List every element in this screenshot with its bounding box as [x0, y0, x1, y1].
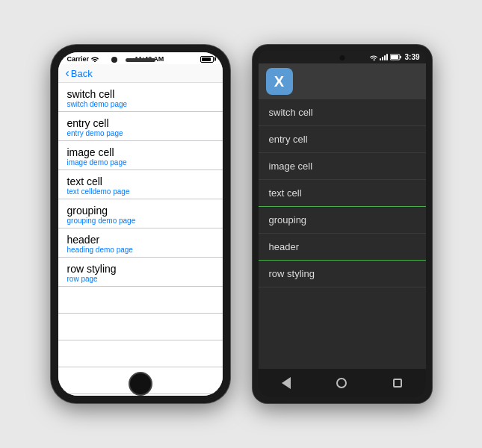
android-battery-icon	[390, 54, 402, 60]
ios-phone: Carrier 11:49 AM ‹ Back switch cell swit…	[51, 45, 230, 403]
android-list-item[interactable]: switch cell	[259, 99, 426, 126]
ios-item-title: image cell	[67, 146, 214, 158]
ios-wifi-icon	[91, 56, 99, 62]
android-item-title: entry cell	[269, 134, 308, 145]
ios-list-item[interactable]: text cell text celldemo page	[58, 170, 223, 199]
ios-list-item[interactable]: entry cell entry demo page	[58, 112, 223, 141]
android-time: 3:39	[404, 53, 419, 61]
ios-list: switch cell switch demo page entry cell …	[58, 83, 223, 396]
ios-speaker	[126, 58, 155, 62]
android-item-title: switch cell	[269, 107, 313, 118]
ios-item-title: header	[67, 234, 214, 246]
android-list-item[interactable]: grouping	[259, 207, 426, 234]
svg-rect-2	[400, 56, 401, 58]
android-list: switch cell entry cell image cell text c…	[259, 99, 426, 369]
ios-back-label: Back	[71, 68, 93, 79]
android-wifi-icon	[370, 54, 377, 60]
android-list-item[interactable]: header	[259, 234, 426, 261]
android-home-icon	[336, 378, 347, 388]
ios-nav-bar: ‹ Back	[58, 64, 223, 83]
ios-item-subtitle: text celldemo page	[67, 187, 214, 196]
ios-carrier: Carrier	[67, 55, 99, 63]
ios-home-button[interactable]	[129, 372, 152, 396]
ios-item-subtitle: grouping demo page	[67, 217, 214, 225]
android-item-title: row styling	[269, 268, 315, 279]
ios-item-subtitle: entry demo page	[67, 129, 214, 137]
ios-item-title: grouping	[67, 205, 214, 217]
android-app-icon: X	[266, 68, 293, 95]
android-list-item[interactable]: image cell	[259, 153, 426, 180]
ios-list-item[interactable]: switch cell switch demo page	[58, 83, 223, 112]
ios-item-subtitle: row page	[67, 275, 214, 283]
android-phone: 3:39 X switch cell entry cell image cell…	[253, 45, 432, 403]
android-item-title: text cell	[269, 187, 302, 199]
android-item-title: header	[269, 241, 299, 252]
ios-item-title: entry cell	[67, 117, 214, 129]
ios-list-item[interactable]: row styling row page	[58, 258, 223, 287]
android-recents-button[interactable]	[389, 375, 406, 391]
ios-item-subtitle: image demo page	[67, 158, 214, 167]
android-list-item[interactable]: text cell	[259, 180, 426, 207]
ios-item-title: text cell	[67, 175, 214, 187]
ios-item-subtitle: heading demo page	[67, 246, 214, 254]
android-header: X	[259, 63, 426, 99]
ios-list-item[interactable]: grouping grouping demo page	[58, 199, 223, 228]
android-app-letter: X	[274, 73, 284, 90]
ios-battery-icon	[200, 56, 214, 63]
android-item-title: grouping	[269, 214, 307, 225]
ios-empty-row	[58, 314, 223, 340]
ios-empty-row	[58, 340, 223, 367]
android-signal-icon	[380, 54, 388, 60]
ios-back-button[interactable]: ‹ Back	[66, 67, 93, 79]
android-list-item[interactable]: entry cell	[259, 126, 426, 153]
ios-item-title: switch cell	[67, 88, 214, 100]
ios-list-item[interactable]: image cell image demo page	[58, 141, 223, 170]
ios-back-chevron-icon: ‹	[66, 67, 69, 79]
android-list-item[interactable]: row styling	[259, 261, 426, 287]
ios-item-subtitle: switch demo page	[67, 100, 214, 108]
android-back-icon	[282, 377, 291, 389]
android-item-title: image cell	[269, 161, 313, 172]
android-camera	[339, 55, 344, 60]
ios-item-title: row styling	[67, 263, 214, 275]
android-recents-icon	[393, 379, 402, 388]
ios-carrier-text: Carrier	[67, 55, 90, 63]
android-status-icons: 3:39	[370, 53, 419, 61]
android-home-button[interactable]	[333, 375, 350, 391]
ios-list-item[interactable]: header heading demo page	[58, 228, 223, 258]
android-back-button[interactable]	[278, 375, 294, 391]
android-nav-bar	[259, 369, 426, 397]
ios-camera	[111, 57, 117, 63]
ios-empty-row	[58, 287, 223, 314]
svg-rect-1	[391, 55, 398, 59]
